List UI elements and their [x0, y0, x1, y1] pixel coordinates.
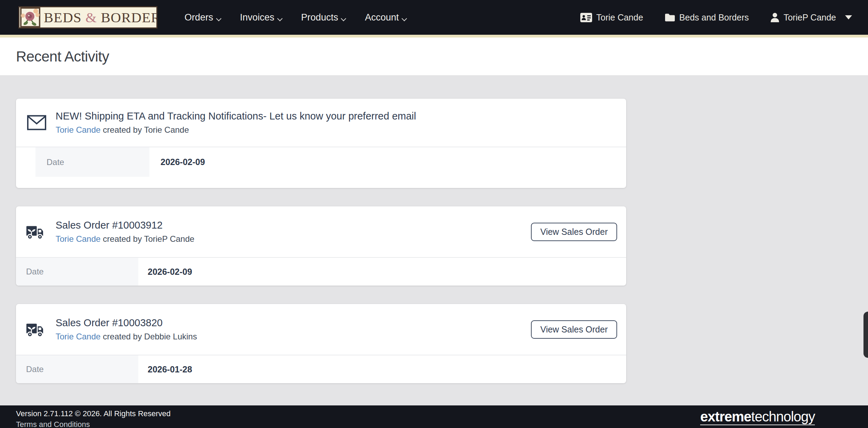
chevron-down-icon	[216, 16, 221, 21]
nav-orders-label: Orders	[185, 12, 213, 23]
card-text-block: NEW! Shipping ETA and Tracking Notificat…	[56, 110, 416, 135]
activity-card-sales-order: Sales Order #10003912 Torie Cande create…	[16, 206, 626, 286]
delivery-truck-icon	[26, 320, 43, 338]
footer-left-block: Version 2.71.112 © 2026. All Rights Rese…	[16, 409, 171, 428]
card-subtitle: Torie Cande created by Torie Cande	[56, 125, 416, 135]
card-text-block: Sales Order #10003820 Torie Cande create…	[56, 317, 197, 341]
contact-name: Torie Cande	[596, 13, 643, 23]
app-screen: BEDS & BORDERS Orders Invoices Products …	[0, 0, 868, 428]
created-by-text: created by Torie Cande	[100, 125, 189, 134]
flower-logo-icon	[19, 7, 41, 27]
contact-link[interactable]: Torie Cande	[580, 13, 643, 23]
card-header-row: Sales Order #10003912 Torie Cande create…	[16, 206, 626, 257]
topbar-user-area: Torie Cande Beds and Borders TorieP Cand…	[580, 13, 868, 23]
page-footer: Version 2.71.112 © 2026. All Rights Rese…	[0, 405, 868, 428]
company-link[interactable]: Beds and Borders	[665, 13, 749, 23]
page-title: Recent Activity	[16, 48, 109, 65]
activity-card-notification: NEW! Shipping ETA and Tracking Notificat…	[16, 99, 626, 188]
created-by-text: created by Debbie Lukins	[100, 332, 197, 341]
page-header: Recent Activity	[0, 38, 868, 76]
customer-link[interactable]: Torie Cande	[56, 332, 100, 341]
card-subtitle: Torie Cande created by TorieP Cande	[56, 234, 194, 244]
date-row: Date 2026-02-09	[16, 258, 626, 286]
view-sales-order-button[interactable]: View Sales Order	[531, 223, 617, 241]
nav-invoices-label: Invoices	[240, 12, 275, 23]
folder-icon	[665, 13, 675, 22]
card-subtitle: Torie Cande created by Debbie Lukins	[56, 332, 197, 341]
card-header-row: NEW! Shipping ETA and Tracking Notificat…	[16, 99, 626, 147]
nav-products[interactable]: Products	[301, 12, 346, 23]
caret-down-icon	[845, 15, 852, 19]
activity-card-sales-order: Sales Order #10003820 Torie Cande create…	[16, 304, 626, 383]
customer-link[interactable]: Torie Cande	[56, 125, 100, 134]
chevron-down-icon	[401, 16, 407, 21]
date-value: 2026-02-09	[138, 258, 192, 286]
date-label: Date	[16, 355, 138, 383]
logo-ampersand: &	[85, 9, 97, 25]
date-label: Date	[35, 147, 149, 177]
brand-logo-text: BEDS & BORDERS	[41, 9, 157, 26]
user-menu[interactable]: TorieP Cande	[770, 13, 852, 23]
view-sales-order-button[interactable]: View Sales Order	[531, 320, 617, 339]
chevron-down-icon	[277, 16, 282, 21]
brand-logo[interactable]: BEDS & BORDERS	[18, 6, 157, 28]
nav-products-label: Products	[301, 12, 338, 23]
id-card-icon	[580, 13, 592, 22]
customer-link[interactable]: Torie Cande	[56, 234, 100, 244]
nav-invoices[interactable]: Invoices	[240, 12, 282, 23]
extremetechnology-logo: extremetechnology WWW.ETCWEB.COM | CORPO…	[697, 410, 818, 428]
nav-account-label: Account	[365, 12, 399, 23]
date-label: Date	[16, 258, 138, 286]
nav-account[interactable]: Account	[365, 12, 406, 23]
vertical-scrollbar-thumb[interactable]	[863, 312, 868, 358]
chevron-down-icon	[341, 16, 346, 21]
top-navigation-bar: BEDS & BORDERS Orders Invoices Products …	[0, 0, 868, 38]
card-text-block: Sales Order #10003912 Torie Cande create…	[56, 220, 194, 244]
brand-name-text: extremetechnology	[700, 410, 815, 425]
envelope-icon	[27, 115, 46, 130]
version-text: Version 2.71.112 © 2026. All Rights Rese…	[16, 409, 171, 419]
terms-and-conditions-link[interactable]: Terms and Conditions	[16, 420, 171, 428]
date-row: Date 2026-02-09	[35, 147, 612, 177]
main-navigation: Orders Invoices Products Account	[185, 12, 406, 23]
user-name: TorieP Cande	[784, 13, 836, 23]
card-title: NEW! Shipping ETA and Tracking Notificat…	[56, 110, 416, 122]
activity-feed: NEW! Shipping ETA and Tracking Notificat…	[0, 76, 868, 405]
delivery-truck-icon	[26, 223, 43, 241]
created-by-text: created by TorieP Cande	[100, 234, 194, 244]
user-icon	[770, 13, 779, 22]
date-row: Date 2026-01-28	[16, 355, 626, 383]
card-title: Sales Order #10003912	[56, 220, 194, 231]
company-name: Beds and Borders	[679, 13, 749, 23]
date-value: 2026-01-28	[138, 355, 192, 383]
card-header-row: Sales Order #10003820 Torie Cande create…	[16, 304, 626, 355]
date-value: 2026-02-09	[149, 147, 205, 177]
card-title: Sales Order #10003820	[56, 317, 197, 329]
nav-orders[interactable]: Orders	[185, 12, 221, 23]
